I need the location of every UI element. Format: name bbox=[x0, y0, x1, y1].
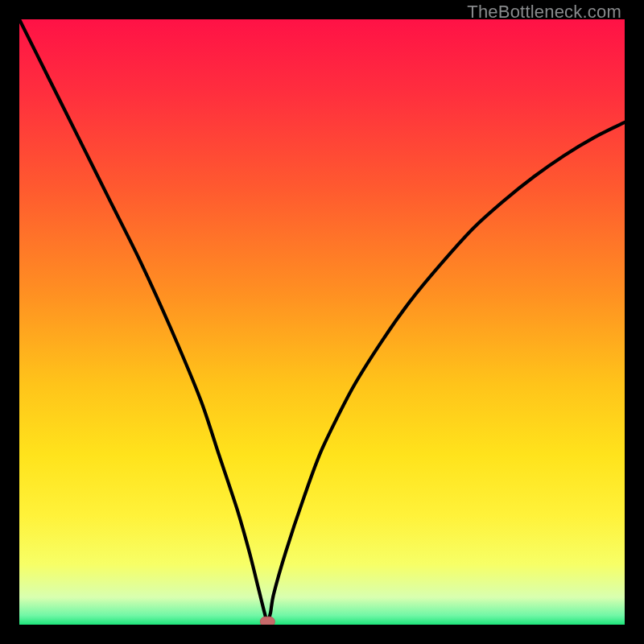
minimum-marker bbox=[260, 617, 275, 625]
gradient-bg bbox=[19, 19, 625, 625]
chart-svg bbox=[19, 19, 625, 625]
plot-area bbox=[19, 19, 625, 625]
outer-frame: TheBottleneck.com bbox=[0, 0, 644, 644]
watermark-text: TheBottleneck.com bbox=[467, 2, 621, 23]
